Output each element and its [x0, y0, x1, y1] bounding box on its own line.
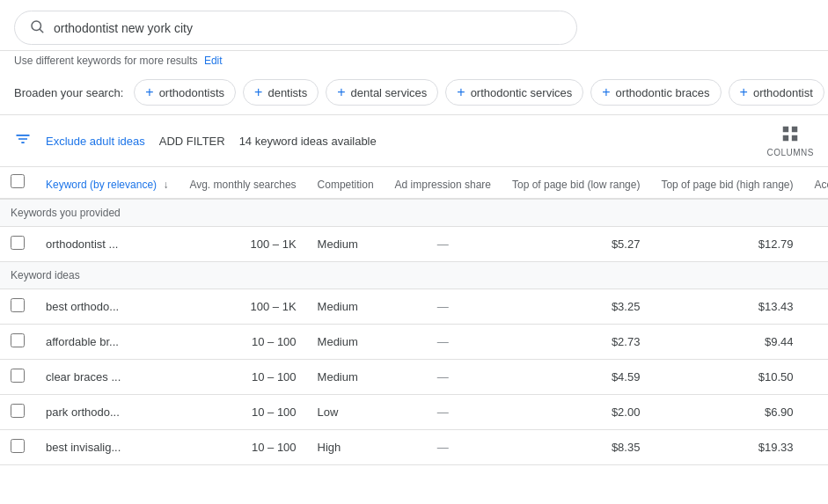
- row-account-status: [804, 360, 828, 395]
- row-competition: Medium: [307, 325, 385, 360]
- row-avg-monthly: 10 – 100: [179, 395, 306, 430]
- filter-bar: Exclude adult ideas ADD FILTER 14 keywor…: [0, 115, 828, 167]
- keywords-table-container: Keyword (by relevance) ↓ Avg. monthly se…: [0, 167, 828, 465]
- row-top-high: $13.43: [650, 289, 803, 325]
- row-top-high: $12.79: [650, 227, 803, 262]
- row-checkbox[interactable]: [11, 404, 25, 418]
- broaden-chip-orthodontists[interactable]: + orthodontists: [134, 79, 236, 106]
- keyword-count: 14 keyword ideas available: [239, 135, 753, 148]
- broaden-chip-dentists[interactable]: + dentists: [243, 79, 319, 106]
- broaden-chip-orthodontic-braces[interactable]: + orthodontic braces: [590, 79, 721, 106]
- row-account-status: [804, 227, 828, 262]
- row-ad-impression: —: [385, 227, 502, 262]
- row-account-status: [804, 325, 828, 360]
- header-checkbox-cell[interactable]: [0, 167, 35, 199]
- row-ad-impression: —: [385, 360, 502, 395]
- row-avg-monthly: 100 – 1K: [179, 227, 306, 262]
- row-checkbox-cell[interactable]: [0, 360, 35, 395]
- table-body: Keywords you provided orthodontist ... 1…: [0, 199, 828, 465]
- table-header-row: Keyword (by relevance) ↓ Avg. monthly se…: [0, 167, 828, 199]
- row-checkbox-cell[interactable]: [0, 395, 35, 430]
- header-top-page-high[interactable]: Top of page bid (high range): [650, 167, 803, 199]
- table-row: best invisalig... 10 – 100 High — $8.35 …: [0, 430, 828, 465]
- row-account-status: [804, 430, 828, 465]
- header-competition[interactable]: Competition: [307, 167, 385, 199]
- row-checkbox-cell[interactable]: [0, 289, 35, 325]
- row-top-high: $10.50: [650, 360, 803, 395]
- row-keyword: orthodontist ...: [35, 227, 179, 262]
- row-competition: High: [307, 430, 385, 465]
- header-avg-monthly[interactable]: Avg. monthly searches: [179, 167, 306, 199]
- section-header-row: Keywords you provided: [0, 199, 828, 227]
- broaden-label: Broaden your search:: [14, 86, 123, 99]
- search-bar-area: orthodontist new york city: [0, 0, 828, 51]
- add-filter-button[interactable]: ADD FILTER: [159, 135, 225, 148]
- row-top-low: $8.35: [502, 430, 650, 465]
- row-top-low: $2.73: [502, 325, 650, 360]
- row-top-high: $9.44: [650, 325, 803, 360]
- row-checkbox[interactable]: [11, 236, 25, 250]
- exclude-adults-button[interactable]: Exclude adult ideas: [46, 135, 145, 148]
- plus-icon: +: [457, 84, 465, 100]
- search-icon: [29, 18, 45, 37]
- columns-icon: [780, 124, 800, 148]
- row-account-status: [804, 289, 828, 325]
- row-ad-impression: —: [385, 289, 502, 325]
- header-top-page-low[interactable]: Top of page bid (low range): [502, 167, 650, 199]
- search-bar[interactable]: orthodontist new york city: [14, 11, 577, 45]
- row-checkbox-cell[interactable]: [0, 430, 35, 465]
- row-keyword: affordable br...: [35, 325, 179, 360]
- broaden-chip-dental-services[interactable]: + dental services: [326, 79, 438, 106]
- table-row: clear braces ... 10 – 100 Medium — $4.59…: [0, 360, 828, 395]
- broaden-search-area: Broaden your search: + orthodontists + d…: [0, 70, 828, 115]
- row-avg-monthly: 10 – 100: [179, 325, 306, 360]
- row-account-status: [804, 395, 828, 430]
- row-competition: Medium: [307, 227, 385, 262]
- row-top-low: $4.59: [502, 360, 650, 395]
- table-row: park orthodо... 10 – 100 Low — $2.00 $6.…: [0, 395, 828, 430]
- row-top-high: $19.33: [650, 430, 803, 465]
- select-all-checkbox[interactable]: [11, 174, 25, 188]
- header-keyword[interactable]: Keyword (by relevance) ↓: [35, 167, 179, 199]
- plus-icon: +: [740, 84, 748, 100]
- row-top-low: $2.00: [502, 395, 650, 430]
- plus-icon: +: [337, 84, 345, 100]
- broaden-chip-orthodontist[interactable]: + orthodontist: [729, 79, 824, 106]
- row-competition: Medium: [307, 360, 385, 395]
- table-row: orthodontist ... 100 – 1K Medium — $5.27…: [0, 227, 828, 262]
- edit-link[interactable]: Edit: [204, 55, 223, 67]
- row-keyword: park orthodо...: [35, 395, 179, 430]
- header-ad-impression[interactable]: Ad impression share: [385, 167, 502, 199]
- plus-icon: +: [254, 84, 262, 100]
- header-account-status[interactable]: Account status: [804, 167, 828, 199]
- use-different-text: Use different keywords for more results …: [0, 51, 828, 70]
- plus-icon: +: [602, 84, 610, 100]
- row-competition: Low: [307, 395, 385, 430]
- row-ad-impression: —: [385, 395, 502, 430]
- svg-point-0: [32, 21, 41, 31]
- section-header-row: Keyword ideas: [0, 262, 828, 289]
- row-top-high: $6.90: [650, 395, 803, 430]
- row-ad-impression: —: [385, 325, 502, 360]
- broaden-chip-orthodontic-services[interactable]: + orthodontic services: [445, 79, 583, 106]
- columns-button[interactable]: COLUMNS: [766, 124, 814, 157]
- row-top-low: $5.27: [502, 227, 650, 262]
- row-checkbox[interactable]: [11, 369, 25, 383]
- row-top-low: $3.25: [502, 289, 650, 325]
- row-checkbox-cell[interactable]: [0, 325, 35, 360]
- row-checkbox-cell[interactable]: [0, 227, 35, 262]
- row-checkbox[interactable]: [11, 298, 25, 312]
- section-header-cell: Keyword ideas: [0, 262, 828, 289]
- filter-icon: [14, 130, 32, 152]
- row-keyword: best orthodо...: [35, 289, 179, 325]
- search-query-text: orthodontist new york city: [54, 21, 193, 35]
- row-checkbox[interactable]: [11, 439, 25, 453]
- table-row: affordable br... 10 – 100 Medium — $2.73…: [0, 325, 828, 360]
- row-avg-monthly: 10 – 100: [179, 430, 306, 465]
- table-row: best orthodо... 100 – 1K Medium — $3.25 …: [0, 289, 828, 325]
- sort-arrow-icon: ↓: [163, 179, 168, 191]
- section-header-cell: Keywords you provided: [0, 199, 828, 227]
- row-keyword: clear braces ...: [35, 360, 179, 395]
- row-checkbox[interactable]: [11, 333, 25, 347]
- row-avg-monthly: 100 – 1K: [179, 289, 306, 325]
